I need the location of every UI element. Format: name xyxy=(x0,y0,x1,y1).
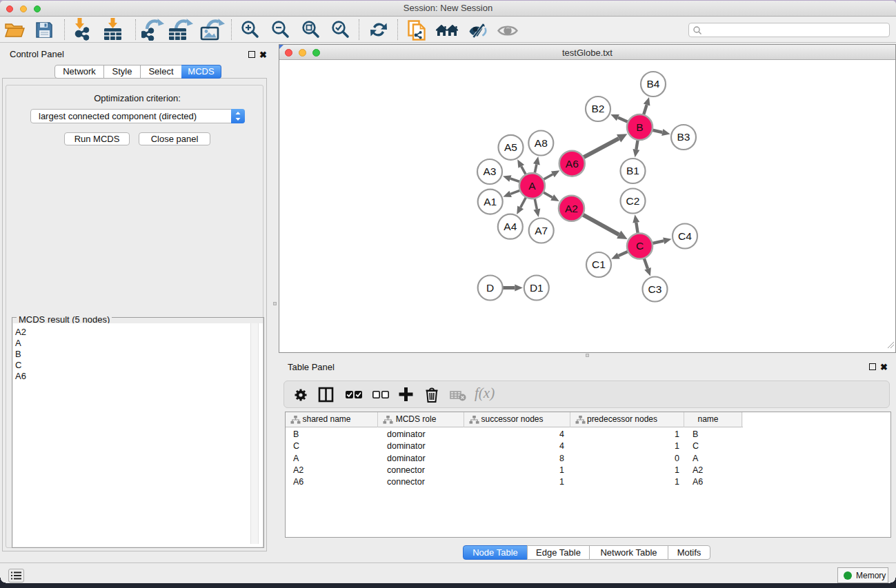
svg-text:B3: B3 xyxy=(677,131,690,143)
svg-text:A: A xyxy=(528,180,536,192)
svg-text:A5: A5 xyxy=(504,141,517,153)
svg-text:C: C xyxy=(636,240,644,252)
svg-text:B: B xyxy=(636,121,643,133)
svg-text:A3: A3 xyxy=(484,165,497,177)
svg-text:A7: A7 xyxy=(535,225,548,236)
svg-text:B1: B1 xyxy=(626,165,639,176)
svg-text:C4: C4 xyxy=(678,230,692,242)
svg-text:C3: C3 xyxy=(648,283,662,295)
svg-text:A8: A8 xyxy=(535,137,548,149)
svg-text:B2: B2 xyxy=(592,103,605,114)
svg-text:C1: C1 xyxy=(592,258,606,270)
svg-text:B4: B4 xyxy=(647,78,660,90)
svg-text:A6: A6 xyxy=(566,158,579,170)
svg-text:A4: A4 xyxy=(504,221,517,232)
svg-text:C2: C2 xyxy=(626,195,640,207)
svg-text:A1: A1 xyxy=(484,196,497,207)
svg-text:A2: A2 xyxy=(565,203,578,214)
svg-text:D1: D1 xyxy=(530,282,544,294)
svg-text:D: D xyxy=(486,282,494,294)
